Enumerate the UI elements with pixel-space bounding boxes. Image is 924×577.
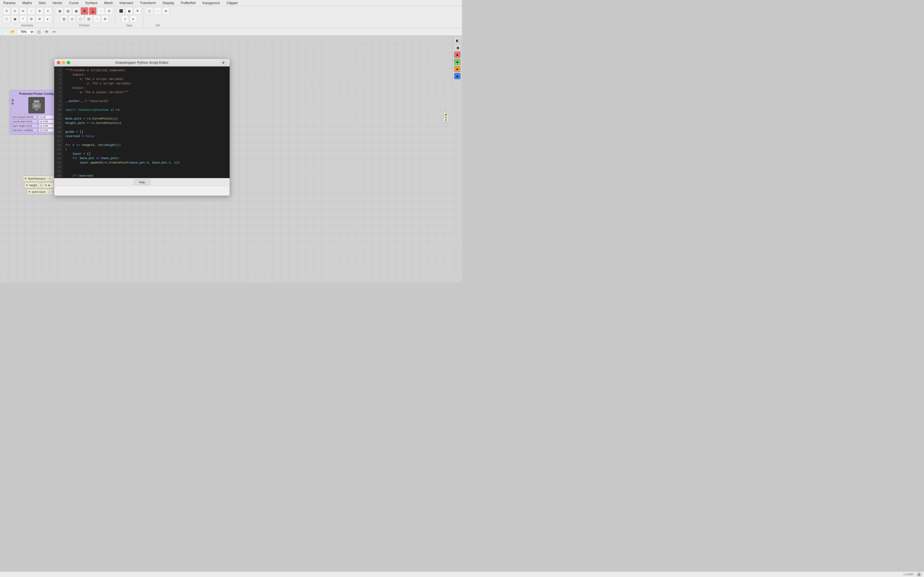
input-label-nozzle: nozzle diam (mm) — [11, 119, 38, 123]
toolbar-prim3[interactable]: ▩ — [72, 7, 80, 15]
zoom-select[interactable]: 76% 50% 75% 100% 150% — [18, 29, 34, 35]
pointcount-dot-left — [29, 191, 30, 193]
input-label-layer: layer height (mm) — [11, 124, 38, 128]
menu-intersect[interactable]: Intersect — [118, 1, 134, 5]
toolbar-input4[interactable]: ≡ — [121, 15, 129, 23]
toolbar2: 📄 📂 76% 50% 75% 100% 150% ⊡ 👁 ✏ — [0, 28, 462, 36]
toolbar-prim5[interactable]: 🍒 — [89, 7, 97, 15]
height-arrow: ▶ — [48, 184, 50, 187]
toolbar-input3[interactable]: ▼ — [134, 7, 141, 15]
toolbar-prim6[interactable]: → — [97, 7, 105, 15]
expand-arrow[interactable]: ◀ — [443, 112, 448, 117]
menu-params[interactable]: Params — [2, 1, 17, 5]
height-value[interactable]: 30 — [39, 184, 44, 187]
menu-kangaroo2[interactable]: Kangaroo2 — [201, 1, 221, 5]
menu-maths[interactable]: Maths — [21, 1, 33, 5]
toolbar-group-geometry: ✕ ⊙ ≋ ⑂ ⊕ # ⬡ ▣ • ⊞ ⊕ ▸ Geometry — [1, 6, 53, 27]
toolbar-prim2[interactable]: ▧ — [64, 7, 72, 15]
input-value-nozzle[interactable]: ◎ 3.00 — [39, 119, 54, 123]
right-icon-3[interactable]: ● — [454, 52, 460, 58]
toolbar2-edit[interactable]: ✏ — [52, 29, 58, 35]
toolbar-btn-grid[interactable]: ⊞ — [27, 15, 35, 23]
toolbar-label-primitive: Primitive — [79, 24, 90, 27]
toolbar-prim11[interactable]: ▥ — [85, 15, 92, 23]
close-button[interactable] — [57, 61, 60, 64]
input-label-speed: print speed (mm/s) — [11, 115, 38, 119]
canvas-area[interactable]: Potterbot Printer Config Box ▶ — [0, 36, 462, 282]
minimize-button[interactable] — [62, 61, 65, 64]
editor-window: Grasshopper Python Script Editor ▶ 12345… — [54, 58, 230, 196]
menu-sets[interactable]: Sets — [37, 1, 47, 5]
toolbar-btn-square[interactable]: ▣ — [11, 15, 19, 23]
help-button[interactable]: Help — [134, 179, 150, 185]
toolbar-prim8[interactable]: ▤ — [60, 15, 68, 23]
input-value-layer[interactable]: ◎ 1.50 — [39, 124, 54, 128]
component-icon: Box — [28, 97, 45, 113]
input-value-extrusion[interactable]: ◎ 3.00 — [39, 128, 54, 132]
toolbar-prim9[interactable]: ◎ — [68, 15, 76, 23]
toolbar-prim12[interactable]: → — [93, 15, 101, 23]
toolbar-btn-more[interactable]: ▸ — [44, 15, 52, 23]
code-content[interactable]: """Provides a scripting component. Input… — [63, 66, 229, 178]
toolbar-input5[interactable]: ▸ — [129, 15, 137, 23]
run-button[interactable]: ▶ — [221, 60, 227, 65]
right-icon-1[interactable]: ◐ — [454, 37, 460, 44]
toolbar-label-geometry: Geometry — [21, 24, 33, 27]
toolbar-util2[interactable]: → — [154, 7, 162, 15]
editor-titlebar: Grasshopper Python Script Editor ▶ — [54, 59, 229, 66]
toolbar-btn-hash[interactable]: # — [44, 7, 52, 15]
toolbar2-fit[interactable]: ⊡ — [36, 29, 42, 35]
toolbar2-new[interactable]: 📄 — [2, 29, 8, 35]
port-dot-1 — [11, 99, 14, 102]
toolbar-prim10[interactable]: ⬜ — [76, 15, 84, 23]
right-icon-5[interactable]: ● — [454, 66, 460, 72]
toolbar-prim7[interactable]: ⊛ — [105, 7, 113, 15]
traffic-lights — [57, 61, 70, 64]
toolbar-btn-target[interactable]: ⊕ — [36, 7, 44, 15]
toolbar-group-primitive: ▦ ▧ ▩ ⬟ 🍒 → ⊛ ▤ ◎ ⬜ ▥ → ⊕ Primitive — [54, 6, 115, 27]
toolbar-label-input: Input — [126, 24, 132, 27]
right-icon-4[interactable]: ● — [454, 59, 460, 65]
numfib-value[interactable]: 18 — [47, 177, 52, 180]
right-icon-6[interactable]: ● — [454, 73, 460, 79]
toolbar2-eye[interactable]: 👁 — [44, 29, 50, 35]
numfib-label: NumFibonacci — [28, 177, 46, 180]
menu-surface[interactable]: Surface — [84, 1, 99, 5]
menu-vector[interactable]: Vector — [51, 1, 63, 5]
menu-mesh[interactable]: Mesh — [103, 1, 114, 5]
toolbar2-open[interactable]: 📂 — [10, 29, 16, 35]
menu-pufferfish[interactable]: Pufferfish — [180, 1, 197, 5]
toolbar-btn-wave[interactable]: ≋ — [19, 7, 27, 15]
toolbar-prim13[interactable]: ⊕ — [101, 15, 109, 23]
toolbar-label-util: Util — [156, 24, 160, 27]
toolbar-btn-x[interactable]: ✕ — [3, 7, 10, 15]
editor-title: Grasshopper Python Script Editor — [115, 60, 169, 64]
menu-curve[interactable]: Curve — [68, 1, 80, 5]
menu-bar: Params Maths Sets Vector Curve Surface M… — [0, 0, 462, 6]
right-icon-2[interactable]: ◑ — [454, 45, 460, 50]
input-label-extrusion: extrusion multiplier — [11, 128, 38, 132]
toolbar-prim4[interactable]: ⬟ — [81, 7, 88, 15]
input-value-speed[interactable]: ◎ 40 — [39, 115, 54, 119]
height-label: height — [29, 184, 37, 187]
maximize-button[interactable] — [67, 61, 70, 64]
toolbar-btn-circle[interactable]: ⊙ — [11, 7, 19, 15]
toolbar-util3[interactable]: ⊕ — [162, 7, 170, 15]
toolbar-input1[interactable]: ⬛ — [117, 7, 125, 15]
toolbar-prim1[interactable]: ▦ — [56, 7, 63, 15]
toolbar-input2[interactable]: ◼ — [125, 7, 133, 15]
port-dot-2 — [11, 103, 14, 105]
toolbar-btn-branch[interactable]: ⑂ — [27, 7, 35, 15]
toolbar-group-input: ⬛ ◼ ▼ ≡ ▸ Input — [115, 6, 143, 27]
toolbar-util1[interactable]: ◫ — [145, 7, 153, 15]
menu-transform[interactable]: Transform — [139, 1, 157, 5]
toolbar-group-util: ◫ → ⊕ Util — [144, 6, 171, 27]
line-numbers: 12345 678910 1112131415 1617181920 21222… — [54, 66, 63, 178]
toolbar-btn-plus[interactable]: ⊕ — [36, 15, 44, 23]
toolbar-btn-hex[interactable]: ⬡ — [3, 15, 10, 23]
menu-clipper[interactable]: Clipper — [226, 1, 239, 5]
pointcount-label: point count — [32, 190, 45, 193]
code-editor[interactable]: 12345 678910 1112131415 1617181920 21222… — [54, 66, 229, 178]
menu-display[interactable]: Display — [162, 1, 176, 5]
toolbar-btn-dot[interactable]: • — [19, 15, 27, 23]
